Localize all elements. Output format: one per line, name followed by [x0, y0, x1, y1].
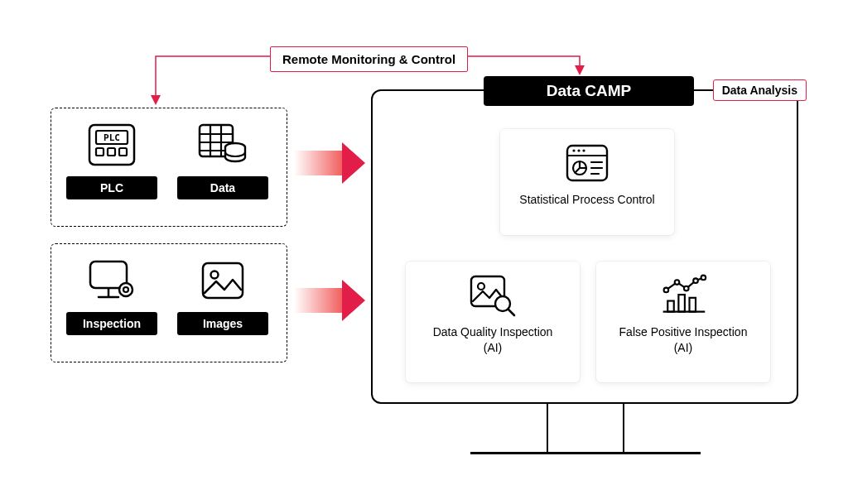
source-label: Images — [177, 312, 268, 335]
source-label: Inspection — [66, 312, 157, 335]
source-inspection: Inspection — [66, 256, 157, 347]
svg-point-39 — [684, 286, 689, 291]
card-label: False Positive Inspection (AI) — [619, 324, 748, 356]
image-search-icon — [468, 273, 518, 318]
svg-point-22 — [572, 149, 575, 151]
source-images: Images — [177, 256, 268, 347]
svg-text:PLC: PLC — [104, 132, 120, 143]
source-data: Data — [177, 120, 268, 211]
svg-point-40 — [693, 278, 698, 283]
card-spc: Statistical Process Control — [500, 129, 674, 235]
svg-point-23 — [577, 149, 580, 151]
svg-rect-4 — [108, 148, 115, 156]
card-label: Statistical Process Control — [519, 192, 654, 208]
monitor-base — [470, 452, 701, 454]
svg-rect-3 — [96, 148, 104, 156]
svg-rect-18 — [203, 263, 243, 298]
svg-point-24 — [582, 149, 585, 151]
card-dqi: Data Quality Inspection (AI) — [406, 262, 580, 382]
flow-arrow-icon — [294, 280, 365, 321]
svg-point-30 — [478, 283, 484, 290]
monitor-title: Data CAMP — [484, 76, 694, 106]
source-group-top: PLC PLC Data — [51, 108, 287, 227]
monitor-stand — [547, 404, 624, 454]
bar-trend-icon — [658, 273, 708, 318]
svg-point-19 — [211, 271, 219, 279]
monitor-tab: Data Analysis — [713, 79, 807, 101]
source-label: Data — [177, 176, 268, 199]
svg-rect-5 — [119, 148, 127, 156]
database-icon — [196, 120, 249, 170]
image-icon — [196, 256, 249, 305]
svg-rect-36 — [690, 298, 696, 312]
card-label: Data Quality Inspection (AI) — [433, 324, 553, 356]
flow-arrow-icon — [294, 142, 365, 184]
source-label: PLC — [66, 176, 157, 199]
plc-icon: PLC — [85, 120, 138, 170]
card-fpi: False Positive Inspection (AI) — [596, 262, 770, 382]
svg-line-32 — [508, 310, 514, 315]
svg-rect-35 — [678, 295, 685, 312]
monitor-frame: Data CAMP Data Analysis Statistical Proc… — [371, 89, 798, 404]
svg-point-16 — [119, 283, 132, 296]
svg-rect-34 — [667, 301, 674, 312]
dashboard-icon — [562, 141, 612, 185]
source-plc: PLC PLC — [66, 120, 157, 211]
monitor-camera-icon — [85, 256, 138, 305]
svg-point-37 — [664, 288, 669, 293]
svg-point-41 — [701, 276, 706, 281]
source-group-bottom: Inspection Images — [51, 243, 287, 362]
remote-monitoring-label: Remote Monitoring & Control — [270, 46, 468, 72]
svg-point-38 — [675, 280, 680, 285]
